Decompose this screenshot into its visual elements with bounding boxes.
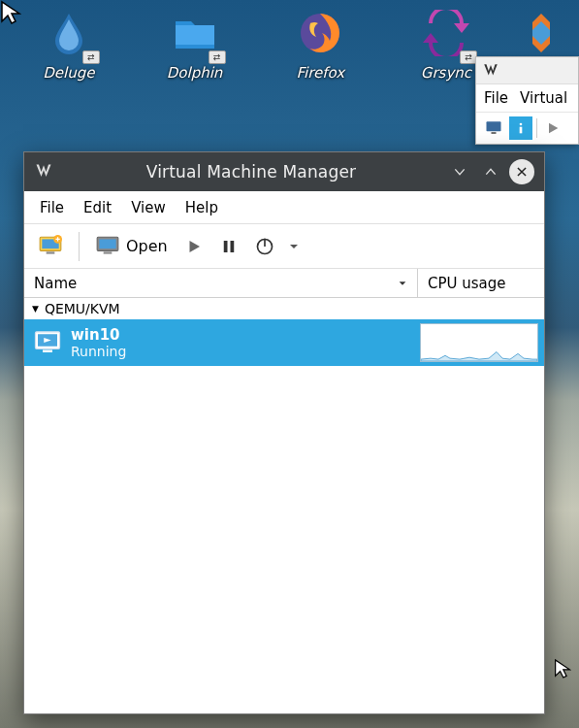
secondary-window: File Virtual [475, 56, 579, 145]
secondary-titlebar[interactable] [476, 57, 578, 84]
chevron-down-icon [452, 164, 467, 180]
toolbar: Open [24, 224, 544, 269]
desktop-icon-dolphin[interactable]: ⇄ Dolphin [155, 10, 235, 136]
power-icon [255, 237, 274, 256]
column-cpu[interactable]: CPU usage [418, 269, 544, 297]
secondary-info-icon[interactable] [509, 116, 532, 140]
svg-rect-7 [47, 251, 55, 253]
svg-rect-11 [104, 251, 113, 253]
disclosure-triangle-icon: ▼ [32, 304, 39, 314]
svg-rect-2 [492, 132, 497, 134]
new-vm-button[interactable] [32, 230, 69, 263]
chevron-down-icon [398, 279, 407, 288]
titlebar[interactable]: Virtual Machine Manager [24, 152, 544, 191]
firefox-icon [297, 10, 343, 56]
open-button-label: Open [126, 237, 168, 255]
desktop-icon-deluge[interactable]: ⇄ Deluge [29, 10, 109, 136]
vm-tree: ▼ QEMU/KVM win10 Running [24, 298, 544, 713]
secondary-toolbar [476, 113, 578, 144]
desktop-icon-label: Dolphin [167, 64, 223, 82]
svg-rect-1 [487, 121, 501, 131]
maximize-button[interactable] [478, 159, 503, 184]
vm-state: Running [71, 344, 420, 359]
shutdown-menu-button[interactable] [286, 230, 306, 263]
vm-app-icon [482, 62, 499, 80]
svg-rect-4 [520, 127, 523, 134]
cursor-icon [554, 658, 571, 679]
grsync-icon: ⇄ [423, 10, 469, 56]
secondary-monitor-icon[interactable] [482, 116, 505, 140]
desktop-icon-firefox[interactable]: Firefox [280, 10, 360, 136]
monitor-icon [95, 234, 120, 259]
desktop-icon-label: Grsync [421, 64, 471, 82]
vm-running-icon [24, 319, 71, 366]
secondary-menubar: File Virtual [476, 84, 578, 113]
desktop-icon-grsync[interactable]: ⇄ Grsync [406, 10, 486, 136]
shutdown-button[interactable] [249, 230, 280, 263]
vm-text: win10 Running [71, 319, 420, 366]
connection-row[interactable]: ▼ QEMU/KVM [24, 298, 544, 319]
menu-help[interactable]: Help [177, 195, 226, 220]
secondary-menu-virtual[interactable]: Virtual [520, 89, 567, 107]
svg-point-3 [520, 123, 523, 126]
deluge-icon: ⇄ [46, 10, 92, 56]
pause-button[interactable] [214, 230, 243, 263]
menu-view[interactable]: View [123, 195, 174, 220]
svg-rect-12 [223, 241, 227, 252]
desktop-icon-label: Deluge [43, 64, 94, 82]
column-name-label: Name [34, 275, 77, 292]
svg-rect-10 [99, 239, 115, 248]
toolbar-separator [79, 232, 80, 261]
chevron-up-icon [483, 164, 499, 180]
menu-edit[interactable]: Edit [76, 195, 119, 220]
connection-label: QEMU/KVM [45, 301, 120, 316]
pause-icon [220, 238, 238, 255]
menu-file[interactable]: File [32, 195, 72, 220]
column-cpu-label: CPU usage [428, 275, 506, 292]
column-headers: Name CPU usage [24, 269, 544, 298]
dolphin-icon: ⇄ [172, 10, 218, 56]
svg-rect-13 [230, 241, 234, 252]
open-button[interactable]: Open [89, 230, 174, 263]
new-monitor-icon [38, 234, 63, 259]
main-window: Virtual Machine Manager File Edit View H… [23, 151, 545, 714]
play-icon [185, 238, 203, 255]
window-title: Virtual Machine Manager [61, 162, 441, 182]
close-button[interactable] [509, 159, 534, 184]
vm-app-icon [34, 162, 53, 182]
partial-icon [532, 10, 550, 56]
close-icon [515, 165, 529, 179]
desktop-icon-label: Firefox [296, 64, 344, 82]
secondary-menu-file[interactable]: File [484, 89, 508, 107]
run-button[interactable] [179, 230, 209, 263]
vm-row[interactable]: win10 Running [24, 319, 544, 366]
secondary-play-icon[interactable] [541, 116, 564, 140]
cpu-usage-graph [420, 323, 538, 362]
vm-name: win10 [71, 326, 420, 344]
menubar: File Edit View Help [24, 191, 544, 224]
column-name[interactable]: Name [24, 269, 418, 297]
svg-rect-18 [43, 350, 52, 353]
minimize-button[interactable] [447, 159, 472, 184]
chevron-down-icon [288, 241, 300, 252]
